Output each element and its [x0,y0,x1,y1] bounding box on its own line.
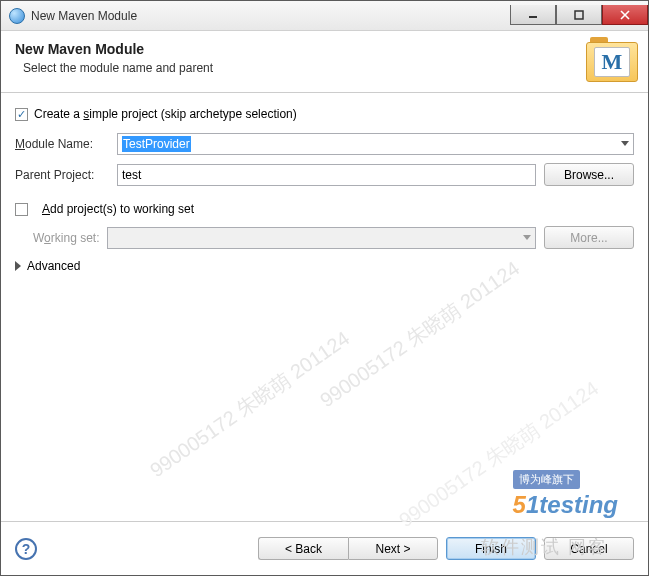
add-to-ws-label: Add project(s) to working set [42,202,194,216]
dropdown-icon [621,141,629,147]
working-set-combo [107,227,536,249]
simple-project-row: Create a simple project (skip archetype … [15,107,634,121]
close-button[interactable] [602,5,648,25]
close-icon [620,10,630,20]
finish-button[interactable]: Finish [446,537,536,560]
back-button[interactable]: < Back [258,537,348,560]
dialog-header: New Maven Module Select the module name … [1,31,648,93]
next-button[interactable]: Next > [348,537,438,560]
parent-project-label: Parent Project: [15,168,109,182]
watermark-text: 990005172 朱晓萌 201124 [145,325,355,484]
window-title: New Maven Module [31,9,137,23]
add-to-ws-row: Add project(s) to working set [15,202,634,216]
form-grid: Module Name: TestProvider Parent Project… [15,133,634,186]
svg-marker-4 [621,141,629,146]
module-name-input[interactable]: TestProvider [117,133,634,155]
help-button[interactable]: ? [15,538,37,560]
header-subtitle: Select the module name and parent [15,61,213,75]
svg-marker-5 [523,235,531,240]
footer-buttons: < Back Next > Finish Cancel [258,537,634,560]
watermark-logo: 博为峰旗下 51testing [513,470,618,519]
working-set-label: Working set: [33,231,99,245]
expand-icon [15,261,21,271]
cancel-button[interactable]: Cancel [544,537,634,560]
parent-project-value: test [122,168,141,182]
simple-project-checkbox[interactable] [15,108,28,121]
header-title: New Maven Module [15,41,213,57]
titlebar: New Maven Module [1,1,648,31]
more-button: More... [544,226,634,249]
watermark-text: 990005172 朱晓萌 201124 [394,375,604,534]
dropdown-icon [523,235,531,241]
minimize-button[interactable] [510,5,556,25]
dialog-window: New Maven Module New Maven Module Select… [0,0,649,576]
module-name-label: Module Name: [15,137,109,151]
browse-button[interactable]: Browse... [544,163,634,186]
working-set-row: Working set: More... [15,226,634,249]
dialog-content: Create a simple project (skip archetype … [1,93,648,521]
wizard-icon-letter: M [594,47,630,77]
module-name-value: TestProvider [122,136,191,152]
watermark-text: 990005172 朱晓萌 201124 [315,255,525,414]
maximize-icon [574,10,584,20]
wizard-icon: M [586,37,638,87]
simple-project-label: Create a simple project (skip archetype … [34,107,297,121]
app-icon [9,8,25,24]
maximize-button[interactable] [556,5,602,25]
svg-rect-1 [575,11,583,19]
window-controls [510,6,648,25]
minimize-icon [528,10,538,20]
advanced-label: Advanced [27,259,80,273]
dialog-footer: ? < Back Next > Finish Cancel [1,521,648,575]
add-to-ws-checkbox[interactable] [15,203,28,216]
parent-project-input[interactable]: test [117,164,536,186]
advanced-expander[interactable]: Advanced [15,259,634,273]
